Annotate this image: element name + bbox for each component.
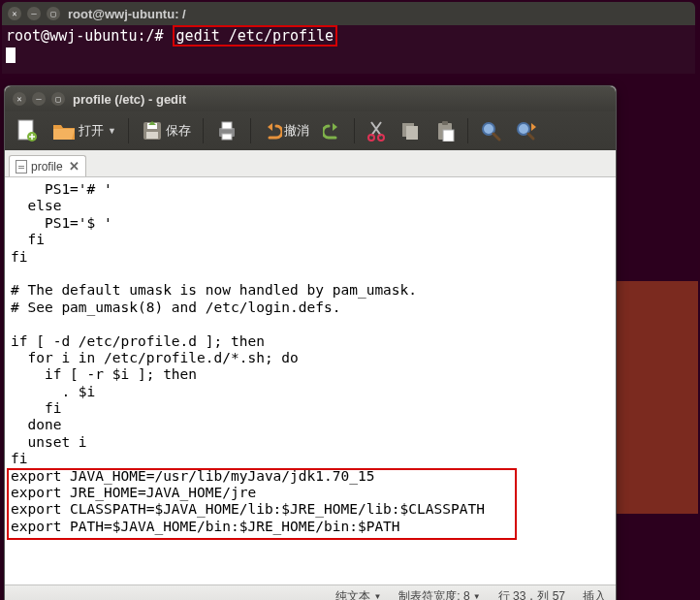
redo-icon: [323, 121, 342, 141]
find-replace-button[interactable]: [511, 115, 542, 146]
minimize-icon[interactable]: –: [27, 7, 41, 20]
save-button[interactable]: 保存: [137, 115, 195, 146]
position-label: 行 33，列 57: [498, 588, 565, 600]
tabwidth-label: 制表符宽度: 8: [398, 588, 469, 600]
maximize-icon[interactable]: ▢: [47, 7, 60, 20]
toolbar-separator: [250, 118, 251, 143]
print-button[interactable]: [211, 115, 242, 146]
save-icon: [141, 119, 164, 142]
gedit-titlebar: ✕ – ▢ profile (/etc) - gedit: [5, 86, 616, 111]
gedit-tabbar: profile ✕: [5, 150, 616, 177]
mode-label: 插入: [583, 588, 606, 600]
status-filetype[interactable]: 纯文本 ▼: [335, 588, 381, 600]
svg-rect-4: [146, 132, 158, 139]
terminal-body[interactable]: root@wwj-ubuntu:/# gedit /etc/profile: [2, 25, 695, 74]
maximize-icon[interactable]: ▢: [51, 92, 65, 106]
terminal-titlebar: ✕ – ▢ root@wwj-ubuntu: /: [2, 2, 695, 25]
redo-button[interactable]: [319, 115, 346, 146]
search-icon: [480, 120, 501, 142]
close-icon[interactable]: ✕: [13, 92, 26, 106]
document-icon: [16, 160, 27, 174]
editor-area[interactable]: PS1='# ' else PS1='$ ' fi fi # The defau…: [5, 177, 616, 584]
gedit-statusbar: 纯文本 ▼ 制表符宽度: 8 ▼ 行 33，列 57 插入: [5, 584, 616, 600]
toolbar-separator: [128, 118, 129, 143]
print-icon: [215, 119, 239, 142]
status-tabwidth[interactable]: 制表符宽度: 8 ▼: [398, 588, 480, 600]
find-button[interactable]: [476, 115, 505, 146]
editor-exports: export JAVA_HOME=/usr/lib/myJava/jdk1.70…: [11, 468, 485, 534]
tab-label: profile: [31, 160, 63, 174]
new-file-icon: [15, 118, 38, 143]
minimize-icon[interactable]: –: [32, 92, 46, 106]
terminal-title: root@wwj-ubuntu: /: [68, 7, 186, 21]
toolbar-separator: [203, 118, 204, 143]
new-file-button[interactable]: [11, 115, 42, 146]
copy-icon: [399, 120, 421, 142]
svg-rect-6: [222, 122, 232, 129]
open-label: 打开: [79, 122, 104, 140]
gedit-window: ✕ – ▢ profile (/etc) - gedit 打开 ▼ 保存 撤消: [4, 85, 617, 600]
terminal-window: ✕ – ▢ root@wwj-ubuntu: / root@wwj-ubuntu…: [2, 2, 695, 74]
open-button[interactable]: 打开 ▼: [48, 115, 120, 146]
close-icon[interactable]: ✕: [8, 7, 21, 20]
paste-button[interactable]: [430, 115, 460, 146]
status-mode: 插入: [583, 588, 606, 600]
gedit-toolbar: 打开 ▼ 保存 撤消: [5, 111, 616, 150]
svg-rect-13: [442, 121, 448, 125]
chevron-down-icon: ▼: [473, 592, 481, 600]
undo-button[interactable]: 撤消: [259, 115, 313, 146]
save-label: 保存: [166, 122, 191, 140]
editor-prelude: PS1='# ' else PS1='$ ' fi fi # The defau…: [11, 181, 417, 466]
undo-icon: [263, 121, 282, 141]
gedit-title: profile (/etc) - gedit: [73, 92, 186, 107]
svg-point-9: [378, 135, 384, 141]
cut-button[interactable]: [363, 115, 390, 146]
undo-label: 撤消: [284, 122, 309, 140]
status-position: 行 33，列 57: [498, 588, 565, 600]
chevron-down-icon: ▼: [373, 592, 381, 600]
terminal-cursor: [6, 47, 16, 63]
terminal-prompt: root@wwj-ubuntu:/#: [6, 27, 164, 45]
filetype-label: 纯文本: [335, 588, 370, 600]
svg-rect-7: [222, 134, 232, 140]
find-replace-icon: [515, 120, 538, 142]
terminal-command: gedit /etc/profile: [173, 25, 338, 47]
svg-point-8: [368, 135, 374, 141]
paste-icon: [434, 120, 456, 142]
tab-profile[interactable]: profile ✕: [9, 155, 86, 176]
svg-rect-14: [443, 130, 454, 142]
cut-icon: [366, 120, 386, 142]
close-tab-icon[interactable]: ✕: [69, 159, 80, 174]
chevron-down-icon[interactable]: ▼: [108, 126, 116, 136]
folder-open-icon: [51, 119, 77, 142]
toolbar-separator: [467, 118, 468, 143]
toolbar-separator: [354, 118, 355, 143]
copy-button[interactable]: [396, 115, 425, 146]
decorative-strip: [617, 281, 698, 514]
svg-rect-11: [406, 126, 418, 140]
